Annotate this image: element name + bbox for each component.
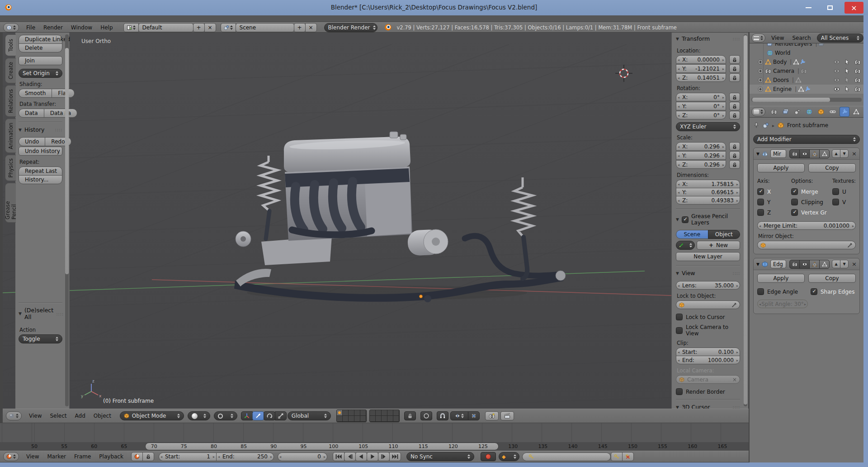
split-angle-field[interactable]: Split Angle: 30° [757,300,808,308]
manipulator-rotate-button[interactable] [264,411,275,420]
insert-keyframe-button[interactable] [611,452,623,461]
dimension-z-field[interactable]: Z:0.49383 [676,196,740,205]
screen-layout-icon-button[interactable] [123,23,139,32]
menu-marker[interactable]: Marker [43,453,70,460]
delete-modifier-icon[interactable]: × [852,261,857,267]
lock-to-object-field[interactable] [676,300,740,309]
toggle-viewport-eye-icon[interactable] [799,260,810,269]
lock-icon[interactable] [729,111,740,119]
scale-z-field[interactable]: Z:0.296 [676,160,726,169]
pin-icon[interactable] [753,122,760,129]
delete-modifier-icon[interactable]: × [852,150,857,157]
expand-icon[interactable] [758,68,763,74]
timeline-ruler[interactable]: 5055606570758085909510010511011512012513… [0,442,749,451]
rotation-z-field[interactable]: Z:0° [676,111,726,119]
eyedropper-icon[interactable] [731,302,737,308]
tab-physics[interactable]: Physics [5,155,16,181]
mirror-modifier-header[interactable]: ▼ Mir ▲ ▼ × [754,148,859,160]
transform-panel-header[interactable]: ▼ Transform :::: [676,35,740,42]
tab-animation[interactable]: Animation [5,119,16,153]
pivot-point-select[interactable] [214,411,237,420]
tab-grease-pencil[interactable]: Grease Pencil [5,183,16,223]
gp-draw-mode-button[interactable] [676,241,695,250]
tab-create[interactable]: Create [5,58,16,83]
menu-search[interactable]: Search [788,35,815,41]
toggle-cage-icon[interactable] [819,149,830,158]
previous-keyframe-button[interactable] [344,452,356,461]
tab-render-layers[interactable] [781,107,791,117]
mirror-axis-y-checkbox[interactable] [757,199,764,205]
sharp-edges-checkbox[interactable] [811,288,817,295]
timeline-editor[interactable]: 5055606570758085909510010511011512012513… [0,423,749,462]
expand-icon[interactable] [758,59,763,65]
outliner-display-filter[interactable]: All Scenes [817,33,863,43]
lock-camera-row[interactable]: Lock Camera to View [676,324,740,337]
dimension-y-field[interactable]: Y:0.69615 [676,188,740,196]
deselect-all-panel-header[interactable]: ▼ (De)select All :::: [19,307,62,320]
add-layout-button[interactable]: + [193,23,205,32]
lock-camera-checkbox[interactable] [676,327,683,334]
toggle-editmode-icon[interactable] [809,260,820,269]
timeline-track[interactable] [0,423,749,442]
renderable-camera-icon[interactable] [854,77,861,83]
timeline-editor-type-button[interactable] [3,452,19,461]
snap-element-select[interactable] [450,411,468,420]
renderable-camera-icon[interactable] [854,68,861,74]
panel-grip-icon[interactable]: :::: [732,270,740,276]
maximize-button[interactable] [821,2,839,14]
outliner-item-renderlayers[interactable]: RenderLayers| [750,43,863,48]
mirror-apply-button[interactable]: Apply [757,163,805,172]
location-y-field[interactable]: Y:-1.21021 [676,64,726,73]
mirror-clipping-checkbox[interactable] [791,199,798,205]
outliner-hscrollbar[interactable] [751,98,862,102]
delete-keyframe-button[interactable]: × [622,452,634,461]
render-engine-select[interactable]: Blender Render [324,23,377,32]
next-keyframe-button[interactable] [378,452,390,461]
mirror-texture-v-checkbox[interactable] [832,199,839,205]
layers-grid-2[interactable] [369,410,400,422]
join-button[interactable]: Join [19,56,62,65]
rotation-y-field[interactable]: Y:0° [676,102,726,110]
scale-x-field[interactable]: X:0.296 [676,142,726,151]
mirror-vertexgroups-checkbox[interactable] [791,209,798,216]
jump-to-start-button[interactable] [333,452,344,461]
selectable-cursor-icon[interactable] [844,68,850,74]
n-panel-scrollbar[interactable] [744,34,747,406]
frame-end-field[interactable]: End:250 [216,453,274,461]
play-button[interactable] [367,452,378,461]
transform-orientation-select[interactable]: Global [288,411,331,420]
outliner-editor-type-button[interactable] [751,33,765,43]
panel-grip-icon[interactable]: :::: [732,36,740,42]
lock-icon[interactable] [729,102,740,110]
local-camera-field[interactable]: Camera × [676,375,740,384]
toggle-render-icon[interactable] [789,149,800,158]
undo-history-button[interactable]: Undo History [19,147,62,156]
menu-frame[interactable]: Frame [70,453,95,460]
render-opengl-button[interactable] [485,411,499,420]
gp-new-button[interactable]: + New [697,241,740,250]
manipulator-translate-button[interactable] [252,411,264,420]
tab-relations[interactable]: Relations [5,85,16,117]
current-frame-field[interactable]: 0 [278,453,327,461]
mirror-copy-button[interactable]: Copy [808,163,856,172]
visibility-eye-icon[interactable] [834,59,840,65]
mode-select[interactable]: Object Mode [120,411,184,420]
outliner-item-engine-active[interactable]: Engine| [750,85,863,94]
menu-view[interactable]: View [767,35,788,41]
grease-pencil-panel-header[interactable]: ▼ Grease Pencil Layers [676,213,740,226]
rotation-mode-select[interactable]: XYZ Euler [676,122,740,131]
menu-help[interactable]: Help [96,24,117,31]
toggle-cage-icon[interactable] [819,260,830,269]
renderable-camera-icon[interactable] [854,86,861,92]
repeat-history-button[interactable]: History... [19,175,62,184]
viewport-shading-select[interactable] [188,411,210,420]
lock-time-button[interactable] [142,452,154,461]
undo-button[interactable]: Undo [19,137,45,146]
repeat-last-button[interactable]: Repeat Last [19,167,62,176]
layers-grid-1[interactable] [336,410,367,422]
mirror-merge-checkbox[interactable] [791,188,798,195]
scale-y-field[interactable]: Y:0.296 [676,151,726,160]
edge-angle-checkbox[interactable] [757,288,764,295]
menu-select[interactable]: Select [46,413,71,419]
history-panel-header[interactable]: ▼ History :::: [19,126,62,133]
